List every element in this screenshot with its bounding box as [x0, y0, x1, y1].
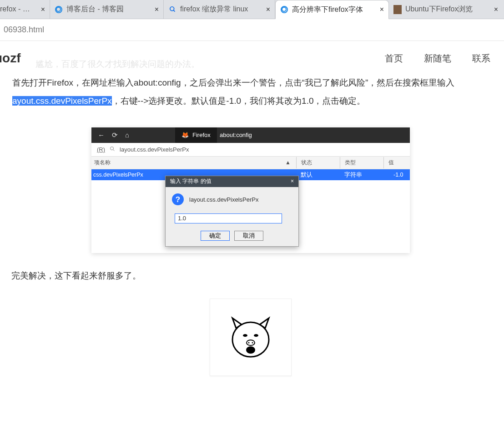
recent-label: (R) — [97, 143, 105, 156]
svg-point-9 — [252, 342, 253, 343]
row-value: -1.0 — [383, 169, 410, 181]
p1-text-a: 首先打开Firefox，在网址栏输入about:config，之后会弹出来一个警… — [12, 78, 454, 87]
site-logo[interactable]: uozf — [0, 51, 21, 66]
close-icon[interactable]: × — [291, 176, 294, 187]
tab-5[interactable]: Ubuntu下Firefox浏览 × — [389, 0, 503, 19]
config-table-header: 项名称 ▲ 状态 类型 值 — [91, 157, 410, 169]
meme-image — [210, 299, 292, 376]
dialog-buttons: 确定 取消 — [172, 231, 292, 241]
home-icon[interactable]: ⌂ — [125, 128, 129, 142]
svg-point-2 — [111, 147, 114, 150]
dialog-body: ? layout.css.devPixelsPerPx 确定 取消 — [166, 187, 298, 247]
dialog-value-input[interactable] — [175, 213, 282, 223]
close-icon[interactable]: × — [491, 5, 498, 14]
config-body: 输入 字符串 的值 × ? layout.css.devPixelsPerPx … — [91, 180, 410, 253]
svg-line-3 — [113, 149, 115, 151]
col-type[interactable]: 类型 — [340, 157, 383, 168]
sort-asc-icon: ▲ — [285, 157, 291, 168]
col-status[interactable]: 状态 — [296, 157, 340, 168]
avatar-icon — [393, 5, 402, 14]
search-query[interactable]: layout.css.devPixelsPerPx — [120, 143, 189, 156]
firefox-toolbar: ← ⟳ ⌂ 🦊 Firefox about:config — [91, 127, 410, 143]
close-icon[interactable]: × — [152, 5, 159, 14]
tab-title: 博客后台 - 博客园 — [66, 5, 148, 14]
p1-text-b: ，右键-->选择更改。默认值是-1.0，我们将其改为1.0，点击确定。 — [112, 96, 366, 106]
article-body: 首先打开Firefox，在网址栏输入about:config，之后会弹出来一个警… — [0, 74, 504, 394]
tab-3[interactable]: firefox 缩放异常 linux × — [164, 0, 275, 19]
tab-title: firefox 缩放异常 linux — [180, 5, 260, 14]
tab-title: refox - 博客 — [0, 5, 35, 14]
svg-point-6 — [254, 334, 258, 337]
paragraph-1: 首先打开Firefox，在网址栏输入about:config，之后会弹出来一个警… — [0, 74, 501, 110]
ghost-text: 尴尬，百度了很久才找到解决问题的办法。 — [35, 58, 200, 70]
close-icon[interactable]: × — [38, 5, 45, 14]
close-icon[interactable]: × — [377, 5, 384, 14]
nav-home[interactable]: 首页 — [385, 52, 403, 65]
col-value[interactable]: 值 — [383, 157, 410, 168]
ok-button[interactable]: 确定 — [201, 231, 230, 241]
nav-contact[interactable]: 联系 — [472, 52, 490, 65]
row-status: 默认 — [296, 169, 340, 181]
paragraph-2: 完美解决，这下看起来舒服多了。 — [0, 267, 501, 285]
firefox-tab[interactable]: 🦊 Firefox — [175, 127, 217, 143]
tab-4-active[interactable]: 高分辨率下firefox字体 × — [275, 0, 389, 19]
tab-title: 高分辨率下firefox字体 — [292, 5, 373, 15]
dialog-titlebar: 输入 字符串 的值 × — [166, 176, 298, 187]
question-icon: ? — [172, 193, 184, 205]
close-icon[interactable]: × — [263, 5, 270, 14]
firefox-tab-label: Firefox — [192, 129, 211, 141]
reload-icon[interactable]: ⟳ — [112, 128, 118, 142]
site-nav: 首页 新随笔 联系 — [385, 52, 490, 65]
cnblogs-icon — [280, 5, 288, 14]
row-type: 字符串 — [340, 169, 383, 181]
svg-point-0 — [170, 7, 174, 11]
url-text: 06938.html — [4, 25, 44, 35]
svg-point-8 — [248, 342, 250, 343]
nav-new-post[interactable]: 新随笔 — [424, 52, 451, 65]
dialog-pref-label: layout.css.devPixelsPerPx — [189, 193, 258, 206]
tab-2[interactable]: 博客后台 - 博客园 × — [50, 0, 164, 19]
url-bar[interactable]: 06938.html — [0, 19, 504, 41]
col-name[interactable]: 项名称 ▲ — [91, 157, 296, 168]
config-search-bar: (R) layout.css.devPixelsPerPx — [91, 143, 410, 157]
col-name-label: 项名称 — [94, 157, 111, 168]
firefox-icon: 🦊 — [181, 129, 189, 141]
cancel-button[interactable]: 取消 — [234, 231, 263, 241]
nav-buttons: ← ⟳ ⌂ — [91, 127, 136, 143]
cnblogs-icon — [55, 5, 63, 14]
dialog-title: 输入 字符串 的值 — [170, 176, 212, 187]
edit-value-dialog: 输入 字符串 的值 × ? layout.css.devPixelsPerPx … — [165, 176, 299, 247]
svg-point-5 — [243, 334, 247, 337]
svg-line-1 — [173, 10, 175, 11]
svg-point-10 — [246, 346, 255, 354]
back-icon[interactable]: ← — [98, 128, 105, 142]
search-icon — [168, 5, 176, 14]
highlighted-pref: ayout.css.devPixelsPerPx — [12, 96, 112, 106]
firefox-address[interactable]: about:config — [213, 127, 258, 143]
dialog-label-row: ? layout.css.devPixelsPerPx — [172, 193, 292, 206]
browser-tab-strip: refox - 博客 × 博客后台 - 博客园 × firefox 缩放异常 l… — [0, 0, 504, 19]
tab-title: Ubuntu下Firefox浏览 — [405, 5, 488, 14]
embedded-firefox-window: ← ⟳ ⌂ 🦊 Firefox about:config (R) layout.… — [91, 127, 410, 253]
tab-1[interactable]: refox - 博客 × — [0, 0, 50, 19]
search-icon — [110, 143, 115, 156]
